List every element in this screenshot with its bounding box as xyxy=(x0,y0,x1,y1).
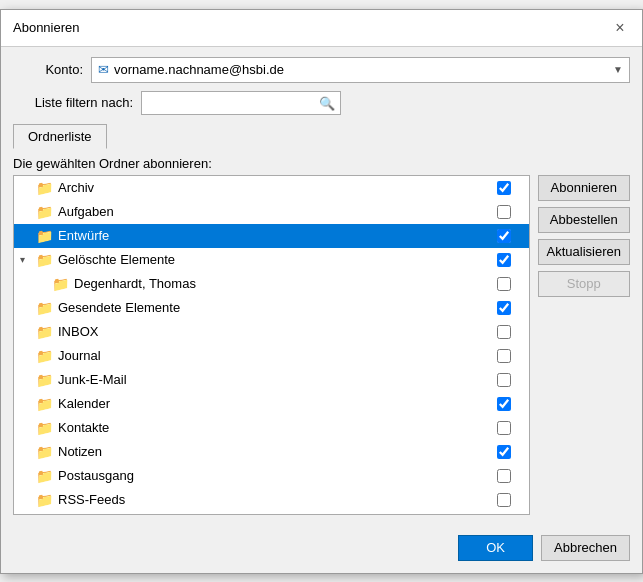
folder-icon: 📁 xyxy=(36,492,53,508)
account-row: Konto: ✉ vorname.nachname@hsbi.de ▼ xyxy=(13,57,630,83)
folder-icon: 📁 xyxy=(36,228,53,244)
expander-icon xyxy=(36,278,52,289)
folder-checkbox[interactable] xyxy=(497,445,511,459)
folder-checkbox[interactable] xyxy=(497,349,511,363)
folder-icon: 📁 xyxy=(36,396,53,412)
folder-icon: 📁 xyxy=(36,468,53,484)
checkbox-cell xyxy=(479,349,529,363)
folder-checkbox[interactable] xyxy=(497,397,511,411)
filter-input[interactable] xyxy=(141,91,341,115)
bottom-bar: OK Abbrechen xyxy=(1,525,642,573)
dropdown-arrow-icon: ▼ xyxy=(613,64,623,75)
folder-checkbox[interactable] xyxy=(497,421,511,435)
folder-row[interactable]: 📁 Junk-E-Mail xyxy=(14,368,529,392)
dialog-body: Konto: ✉ vorname.nachname@hsbi.de ▼ List… xyxy=(1,47,642,525)
folder-name: Aufgaben xyxy=(58,204,479,219)
folder-list[interactable]: 📁 Archiv 📁 Aufgaben xyxy=(14,176,529,514)
side-buttons-panel: Abonnieren Abbestellen Aktualisieren Sto… xyxy=(530,175,630,515)
tab-bar: Ordnerliste xyxy=(13,123,630,148)
section-label: Die gewählten Ordner abonnieren: xyxy=(13,156,630,171)
folder-icon: 📁 xyxy=(36,204,53,220)
stopp-button[interactable]: Stopp xyxy=(538,271,630,297)
checkbox-cell xyxy=(479,205,529,219)
email-icon: ✉ xyxy=(98,62,109,77)
expander-icon xyxy=(20,182,36,193)
expander-icon xyxy=(20,206,36,217)
folder-row[interactable]: 📁 Postausgang xyxy=(14,464,529,488)
folder-checkbox[interactable] xyxy=(497,493,511,507)
account-dropdown[interactable]: ✉ vorname.nachname@hsbi.de ▼ xyxy=(91,57,630,83)
folder-section: 📁 Archiv 📁 Aufgaben xyxy=(13,175,530,515)
folder-name: Entwürfe xyxy=(58,228,479,243)
folder-row[interactable]: 📁 Archiv xyxy=(14,176,529,200)
folder-name: Postausgang xyxy=(58,468,479,483)
expander-icon[interactable]: ▾ xyxy=(20,254,36,265)
expander-icon xyxy=(20,350,36,361)
folder-row[interactable]: 📁 RSS-Feeds xyxy=(14,488,529,512)
folder-name: RSS-Feeds xyxy=(58,492,479,507)
checkbox-cell xyxy=(479,301,529,315)
folder-name: INBOX xyxy=(58,324,479,339)
folder-row[interactable]: 📁 Kontakte xyxy=(14,416,529,440)
folder-checkbox[interactable] xyxy=(497,205,511,219)
checkbox-cell xyxy=(479,277,529,291)
folder-icon: 📁 xyxy=(36,180,53,196)
expander-icon xyxy=(20,398,36,409)
folder-row[interactable]: ▾ 📁 Gelöschte Elemente xyxy=(14,248,529,272)
folder-checkbox[interactable] xyxy=(497,181,511,195)
left-content: 📁 Archiv 📁 Aufgaben xyxy=(13,175,530,515)
folder-icon: 📁 xyxy=(36,420,53,436)
folder-checkbox[interactable] xyxy=(497,373,511,387)
checkbox-cell xyxy=(479,421,529,435)
expander-icon xyxy=(20,374,36,385)
checkbox-cell xyxy=(479,445,529,459)
folder-checkbox[interactable] xyxy=(497,277,511,291)
checkbox-cell xyxy=(479,373,529,387)
account-label: Konto: xyxy=(13,62,83,77)
ok-button[interactable]: OK xyxy=(458,535,533,561)
checkbox-cell xyxy=(479,325,529,339)
expander-icon xyxy=(20,494,36,505)
folder-row[interactable]: 📁 Notizen xyxy=(14,440,529,464)
abonnieren-button[interactable]: Abonnieren xyxy=(538,175,630,201)
folder-row[interactable]: 📁 INBOX xyxy=(14,320,529,344)
checkbox-cell xyxy=(479,397,529,411)
folder-row[interactable]: 📁 Degenhardt, Thomas xyxy=(14,272,529,296)
folder-checkbox[interactable] xyxy=(497,301,511,315)
expander-icon xyxy=(20,470,36,481)
folder-icon: 📁 xyxy=(36,324,53,340)
folder-checkbox[interactable] xyxy=(497,325,511,339)
folder-row[interactable]: 📁 Gesendete Elemente xyxy=(14,296,529,320)
close-button[interactable]: × xyxy=(610,18,630,38)
checkbox-cell xyxy=(479,229,529,243)
checkbox-cell xyxy=(479,469,529,483)
folder-row[interactable]: 📁 Kalender xyxy=(14,392,529,416)
expander-icon xyxy=(20,230,36,241)
folder-icon: 📁 xyxy=(36,348,53,364)
folder-name: Gelöschte Elemente xyxy=(58,252,479,267)
filter-input-wrap: 🔍 xyxy=(141,91,341,115)
expander-icon xyxy=(20,302,36,313)
folder-icon: 📁 xyxy=(36,252,53,268)
folder-row[interactable]: 📁 Entwürfe xyxy=(14,224,529,248)
folder-name: Junk-E-Mail xyxy=(58,372,479,387)
title-bar: Abonnieren × xyxy=(1,10,642,47)
folder-name: Kontakte xyxy=(58,420,479,435)
folder-checkbox[interactable] xyxy=(497,469,511,483)
content-area: 📁 Archiv 📁 Aufgaben xyxy=(13,175,630,515)
aktualisieren-button[interactable]: Aktualisieren xyxy=(538,239,630,265)
folder-row[interactable]: 📁 Aufgaben xyxy=(14,200,529,224)
filter-label: Liste filtern nach: xyxy=(13,95,133,110)
tab-ordnerliste[interactable]: Ordnerliste xyxy=(13,124,107,149)
abbestellen-button[interactable]: Abbestellen xyxy=(538,207,630,233)
abbrechen-button[interactable]: Abbrechen xyxy=(541,535,630,561)
folder-icon: 📁 xyxy=(52,276,69,292)
folder-row[interactable]: 📁 Journal xyxy=(14,344,529,368)
dialog-title: Abonnieren xyxy=(13,20,80,35)
account-email: vorname.nachname@hsbi.de xyxy=(114,62,613,77)
folder-checkbox[interactable] xyxy=(497,253,511,267)
expander-icon xyxy=(20,422,36,433)
expander-icon xyxy=(20,326,36,337)
checkbox-cell xyxy=(479,493,529,507)
folder-checkbox[interactable] xyxy=(497,229,511,243)
